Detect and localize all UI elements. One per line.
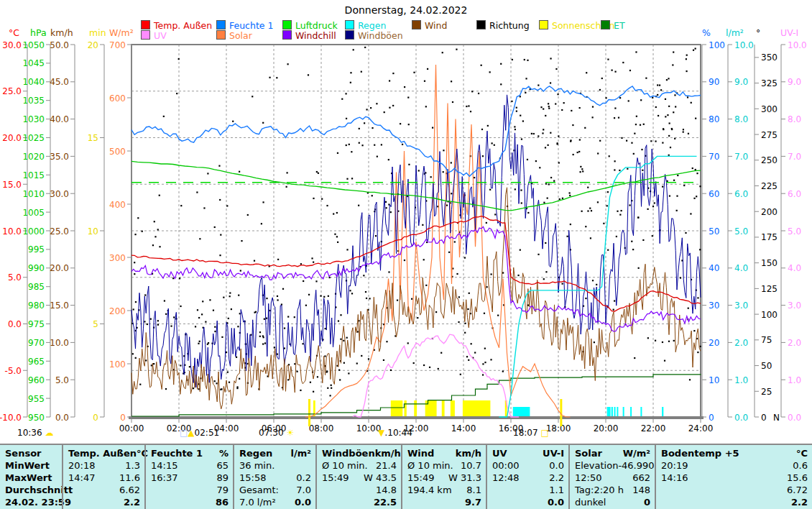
direction-dot [629,70,631,71]
direction-dot [193,388,194,389]
axis-tick-label: 1035 [22,96,45,106]
table-row-label: Sensor [5,447,42,459]
direction-dot [614,107,616,109]
direction-dot [674,94,675,96]
direction-dot [543,129,544,130]
direction-dot [658,115,659,116]
direction-dot [386,207,387,208]
direction-dot [468,105,469,106]
direction-dot [696,173,698,174]
axis-tick-label: 7.0 [734,152,748,162]
axis-tick-label: 1.0 [788,375,801,385]
direction-dot [361,145,363,146]
axis-tick-label: 225 [761,181,778,191]
axis-tick-label: 20 [88,40,98,50]
direction-dot [669,122,670,124]
direction-dot [545,147,546,148]
direction-dot [348,372,349,374]
direction-dot [609,155,610,157]
direction-dot [346,178,348,180]
axis-tick-label: 30.0 [2,40,22,50]
direction-dot [614,300,615,301]
table-cell-label: 7.0 l/m² [239,496,276,508]
rain-indicator-bar [614,407,616,416]
direction-dot [590,237,591,239]
direction-dot [407,342,409,344]
direction-dot [685,232,686,234]
direction-dot [521,139,522,140]
direction-dot [389,107,390,109]
direction-dot [364,122,365,124]
direction-dot [542,132,543,134]
direction-dot [368,358,369,359]
direction-dot [521,202,522,203]
direction-dot [665,116,666,117]
direction-dot [673,111,674,113]
axis-tick-label: -5.0 [5,366,22,376]
axis-tick-label: 990 [28,263,45,273]
direction-dot [238,295,239,296]
direction-dot [313,391,314,393]
direction-dot [550,177,552,178]
axis-tick-label: 955 [28,394,45,404]
direction-dot [460,374,461,375]
direction-dot [287,379,289,380]
direction-dot [294,316,295,318]
table-cell-label: 36 min. [239,459,274,472]
direction-dot [516,107,517,109]
direction-dot [451,193,452,194]
direction-dot [569,192,571,193]
table-cell-label: 14:15 [151,459,177,472]
axis-tick-label: 15 [88,133,98,143]
direction-dot [323,296,325,298]
direction-dot [484,348,486,349]
table-column-title: Wind [407,447,434,459]
direction-dot [440,352,442,354]
direction-dot [555,68,557,70]
direction-dot [664,360,665,362]
direction-dot [435,311,437,313]
direction-dot [693,198,695,199]
annotation-time: 10:44 [387,428,412,438]
direction-dot [231,308,232,310]
axis-tick-label: 1020 [22,152,45,162]
direction-dot [407,97,409,98]
direction-dot [358,205,359,206]
direction-dot [545,242,546,244]
direction-dot [286,186,287,188]
series-wind [132,188,701,409]
direction-dot [482,363,484,364]
axis-tick-label: 5.0 [8,272,22,283]
sun-moon-icon: □ [540,428,548,438]
direction-dot [686,70,687,72]
direction-dot [632,249,634,250]
direction-dot [458,296,460,298]
table-cell-value: 15.6 [787,472,808,484]
sun-moon-annotation: 18:07 □ [513,428,549,438]
axis-tick-label: 10.0 [2,226,22,237]
axis-tick-label: 1040 [22,77,45,87]
sunshine-bar [463,400,491,416]
table-cell-label: 12:48 [492,472,519,484]
weather-app-window: Donnerstag, 24.02.2022 Temp. AußenFeucht… [0,0,812,509]
direction-dot [287,316,289,317]
direction-dot [336,236,338,237]
direction-dot [652,206,654,207]
direction-dot [586,72,587,73]
direction-dot [250,334,252,336]
direction-dot [135,301,137,303]
direction-dot [577,152,578,153]
sunshine-bar [425,400,437,416]
table-cell-label: 14:47 [68,472,95,484]
direction-dot [603,223,604,224]
direction-dot [540,106,542,108]
direction-dot [330,395,331,396]
direction-dot [641,149,642,150]
direction-dot [303,280,304,282]
direction-dot [180,364,181,366]
direction-dot [668,78,669,79]
direction-dot [553,180,555,182]
rain-indicator-bar [513,407,530,416]
direction-dot [340,339,341,340]
direction-dot [494,145,495,146]
